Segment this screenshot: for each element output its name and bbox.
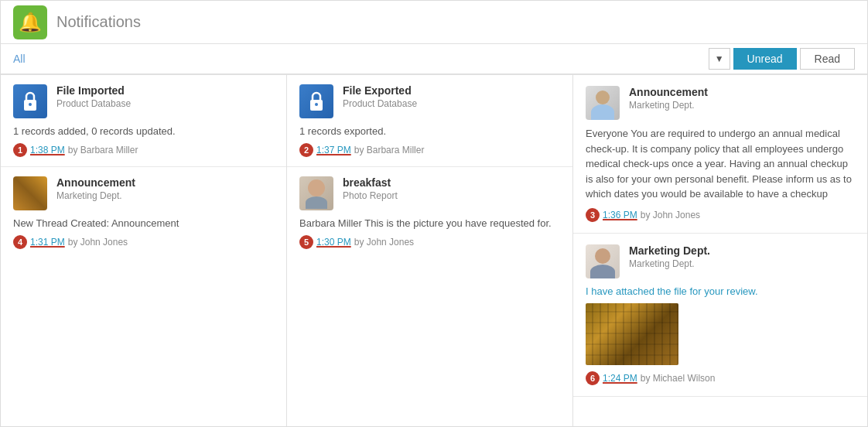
badge-1: 1: [13, 143, 27, 157]
header: 🔔 Notifications: [1, 1, 867, 44]
notif-title-6: Marketing Dept.: [629, 244, 855, 257]
left-column: File Imported Product Database 1 records…: [1, 75, 287, 426]
unread-button[interactable]: Unread: [733, 48, 797, 70]
mic-avatar-5: [299, 176, 333, 210]
notif-title-block-2: File Exported Product Database: [343, 84, 560, 109]
notif-subtitle-3: Marketing Dept.: [629, 100, 855, 111]
person-avatar-3: [586, 86, 620, 120]
toolbar: All ▼ Unread Read: [1, 44, 867, 75]
notif-subtitle-5: Photo Report: [343, 190, 560, 201]
notif-title-4: Announcement: [56, 176, 274, 189]
notif-subtitle-2: Product Database: [343, 98, 560, 109]
badge-4: 4: [13, 235, 27, 249]
notif-footer-6: 6 1:24 PM by Michael Wilson: [586, 371, 855, 385]
notification-card-4[interactable]: Announcement Marketing Dept. New Thread …: [1, 167, 286, 258]
notif-header-6: Marketing Dept. Marketing Dept.: [586, 244, 855, 278]
notif-time-5: 1:30 PM: [316, 237, 351, 248]
notif-time-4: 1:31 PM: [30, 237, 65, 248]
toolbar-right: ▼ Unread Read: [709, 48, 855, 70]
notif-header-3: Announcement Marketing Dept.: [586, 86, 855, 120]
notif-body-5: Barbara Miller This is the picture you h…: [299, 217, 560, 231]
badge-2: 2: [299, 143, 313, 157]
header-bell-icon: 🔔: [13, 5, 47, 39]
notif-footer-1: 1 1:38 PM by Barbara Miller: [13, 143, 274, 157]
read-button[interactable]: Read: [800, 48, 855, 70]
notif-body-2: 1 records exported.: [299, 125, 560, 138]
notification-card-1[interactable]: File Imported Product Database 1 records…: [1, 75, 286, 167]
wicker-icon-4: [13, 176, 47, 210]
notif-by-2: by Barbara Miller: [354, 145, 425, 155]
notification-card-3[interactable]: Announcement Marketing Dept. Everyone Yo…: [573, 75, 867, 234]
notif-subtitle-1: Product Database: [56, 98, 274, 109]
notif-by-6: by Michael Wilson: [641, 373, 716, 384]
lock-icon-2: [299, 84, 333, 118]
notif-body-4: New Thread Created: Announcement: [13, 217, 274, 231]
notif-subtitle-6: Marketing Dept.: [629, 258, 855, 269]
notification-card-6[interactable]: Marketing Dept. Marketing Dept. I have a…: [573, 234, 867, 397]
svg-point-1: [29, 103, 32, 106]
notif-time-1: 1:38 PM: [30, 145, 65, 155]
notif-subtitle-4: Marketing Dept.: [56, 190, 274, 201]
notif-title-5: breakfast: [343, 176, 560, 189]
badge-6: 6: [586, 371, 600, 385]
notif-title-1: File Imported: [56, 84, 274, 97]
notif-time-3: 1:36 PM: [603, 210, 637, 220]
notif-by-5: by John Jones: [354, 237, 414, 248]
notif-by-3: by John Jones: [641, 210, 700, 220]
notif-footer-3: 3 1:36 PM by John Jones: [586, 208, 855, 222]
notif-body-1: 1 records added, 0 records updated.: [13, 125, 274, 138]
notif-title-block-6: Marketing Dept. Marketing Dept.: [629, 244, 855, 269]
notif-body-3: Everyone You are required to undergo an …: [586, 126, 855, 202]
page-title: Notifications: [56, 13, 141, 31]
notif-header-1: File Imported Product Database: [13, 84, 274, 118]
notif-by-1: by Barbara Miller: [68, 145, 138, 155]
notif-time-2: 1:37 PM: [316, 145, 351, 155]
notif-title-block-1: File Imported Product Database: [56, 84, 274, 109]
notif-title-block-5: breakfast Photo Report: [343, 176, 560, 201]
right-column: Announcement Marketing Dept. Everyone Yo…: [573, 75, 867, 426]
notif-footer-5: 5 1:30 PM by John Jones: [299, 235, 560, 249]
notif-title-2: File Exported: [343, 84, 560, 97]
notif-header-4: Announcement Marketing Dept.: [13, 176, 274, 210]
person-avatar-6: [586, 244, 620, 278]
notif-by-4: by John Jones: [68, 237, 128, 248]
notif-header-5: breakfast Photo Report: [299, 176, 560, 210]
badge-5: 5: [299, 235, 313, 249]
badge-3: 3: [586, 208, 600, 222]
notif-title-block-3: Announcement Marketing Dept.: [629, 86, 855, 111]
notif-title-block-4: Announcement Marketing Dept.: [56, 176, 274, 201]
dropdown-arrow[interactable]: ▼: [709, 48, 730, 70]
center-column: File Exported Product Database 1 records…: [287, 75, 573, 426]
notif-body-6: I have attached the file for your review…: [586, 285, 855, 299]
notification-card-2[interactable]: File Exported Product Database 1 records…: [287, 75, 572, 167]
svg-point-3: [315, 103, 318, 106]
main-content: File Imported Product Database 1 records…: [1, 75, 867, 426]
construction-image: [586, 303, 678, 365]
notif-time-6: 1:24 PM: [603, 373, 637, 384]
notification-card-5[interactable]: breakfast Photo Report Barbara Miller Th…: [287, 167, 572, 258]
lock-icon-1: [13, 84, 47, 118]
notif-footer-4: 4 1:31 PM by John Jones: [13, 235, 274, 249]
notif-title-3: Announcement: [629, 86, 855, 98]
notif-header-2: File Exported Product Database: [299, 84, 560, 118]
all-filter[interactable]: All: [13, 53, 26, 65]
notif-footer-2: 2 1:37 PM by Barbara Miller: [299, 143, 560, 157]
app-container: 🔔 Notifications All ▼ Unread Read: [0, 0, 868, 427]
